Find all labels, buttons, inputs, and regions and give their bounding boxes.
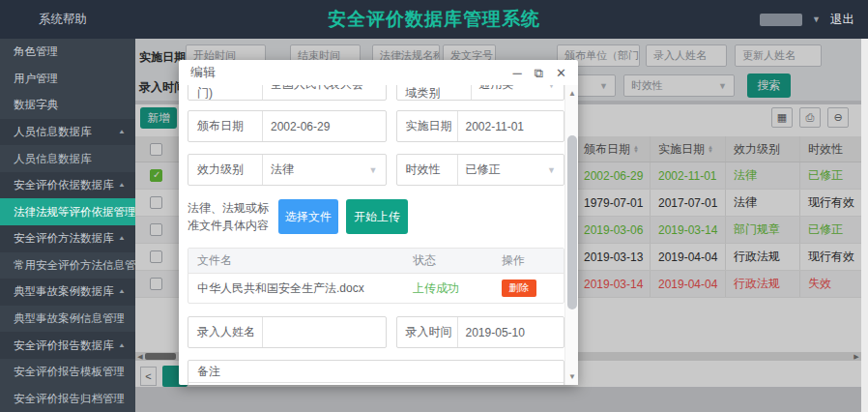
upload-label: 法律、法规或标准文件具体内容 bbox=[188, 199, 271, 234]
app-title: 安全评价数据库管理系统 bbox=[0, 7, 868, 32]
delete-file-button[interactable]: 删除 bbox=[502, 280, 536, 297]
chevron-down-icon[interactable]: ▼ bbox=[812, 15, 821, 24]
publish-date-field[interactable]: 颁布日期 2002-06-29 bbox=[188, 110, 387, 142]
dialog-scrollbar[interactable]: ▲ ▼ bbox=[564, 85, 578, 385]
choose-file-button[interactable]: 选择文件 bbox=[278, 199, 338, 234]
sidebar-item-accident-case-mgmt[interactable]: 典型事故案例信息管理 bbox=[0, 306, 135, 333]
publish-unit-field[interactable]: 颁布单位(部门) 全国人民代表大会 bbox=[188, 85, 387, 101]
sidebar-item-role-mgmt[interactable]: 角色管理 bbox=[0, 39, 135, 66]
scroll-up-icon[interactable]: ▲ bbox=[565, 87, 579, 100]
sidebar-group-accident-case-db[interactable]: 典型事故案例数据库▲ bbox=[0, 279, 135, 306]
minimize-icon[interactable]: ─ bbox=[513, 67, 522, 79]
dialog-title: 编辑 bbox=[190, 64, 216, 81]
chevron-down-icon: ▼ bbox=[547, 85, 556, 90]
sidebar-item-law-regulation-mgmt[interactable]: 法律法规等评价依据管理 bbox=[0, 198, 135, 225]
page-scrollbar-track[interactable] bbox=[861, 39, 868, 412]
file-row: 中华人民共和国安全生产法.docx 上传成功 删除 bbox=[188, 274, 564, 303]
sidebar-group-eval-report-db[interactable]: 安全评价报告数据库▲ bbox=[0, 332, 135, 359]
chevron-up-icon: ▲ bbox=[118, 129, 126, 135]
entry-time-field[interactable]: 录入时间 2019-05-10 bbox=[396, 316, 564, 348]
file-table: 文件名 状态 操作 中华人民共和国安全生产法.docx 上传成功 删除 bbox=[188, 248, 564, 304]
sidebar-group-eval-method-db[interactable]: 安全评价方法数据库▲ bbox=[0, 225, 135, 252]
chevron-up-icon: ▲ bbox=[118, 342, 126, 349]
start-upload-button[interactable]: 开始上传 bbox=[346, 199, 408, 234]
effect-level-select[interactable]: 效力级别 法律▼ bbox=[188, 154, 387, 186]
sidebar-item-user-mgmt[interactable]: 用户管理 bbox=[0, 66, 135, 93]
maximize-icon[interactable]: ⧉ bbox=[535, 67, 543, 79]
date-field-row: 颁布日期 2002-06-29 实施日期 2002-11-01 bbox=[188, 110, 564, 142]
top-header: 系统帮助 安全评价数据库管理系统 ▼ 退出 bbox=[0, 0, 868, 39]
sidebar-item-common-method-mgmt[interactable]: 常用安全评价方法信息管理 bbox=[0, 252, 135, 280]
remark-section: 备注 请输入备注 bbox=[188, 360, 564, 385]
remark-label: 备注 bbox=[188, 361, 564, 383]
sidebar-group-eval-basis-db[interactable]: 安全评价依据数据库▲ bbox=[0, 172, 135, 199]
sidebar-item-report-template-mgmt[interactable]: 安全评价报告模板管理 bbox=[0, 359, 135, 386]
sidebar-item-report-archive-mgmt[interactable]: 安全评价报告归档管理 bbox=[0, 386, 135, 412]
industry-category-select[interactable]: 所属行业领域类别 通用类▼ bbox=[396, 85, 564, 101]
remark-input[interactable]: 请输入备注 bbox=[188, 383, 564, 385]
username-redacted[interactable] bbox=[760, 14, 802, 26]
sidebar-group-personnel-db[interactable]: 人员信息数据库▲ bbox=[0, 119, 135, 146]
chevron-up-icon: ▲ bbox=[118, 182, 126, 189]
chevron-up-icon: ▲ bbox=[118, 235, 126, 242]
chevron-up-icon: ▲ bbox=[118, 288, 126, 295]
entry-field-row: 录入人姓名 录入时间 2019-05-10 bbox=[188, 316, 564, 348]
upload-row: 法律、法规或标准文件具体内容 选择文件 开始上传 bbox=[188, 199, 564, 234]
logout-button[interactable]: 退出 bbox=[830, 12, 854, 28]
chevron-down-icon: ▼ bbox=[547, 165, 556, 175]
scrollbar-thumb[interactable] bbox=[567, 135, 577, 309]
sidebar-item-data-dict[interactable]: 数据字典 bbox=[0, 92, 135, 119]
chevron-down-icon: ▼ bbox=[369, 165, 378, 175]
entry-name-field[interactable]: 录入人姓名 bbox=[188, 316, 387, 348]
edit-dialog: 编辑 ─ ⧉ ✕ 颁布单位(部门) 全国人民代表大会 所属行业领域类别 通用类▼ bbox=[179, 60, 578, 385]
dialog-body: 颁布单位(部门) 全国人民代表大会 所属行业领域类别 通用类▼ 颁布日期 200… bbox=[179, 85, 564, 385]
upload-status: 上传成功 bbox=[413, 280, 502, 297]
clipped-field-row: 颁布单位(部门) 全国人民代表大会 所属行业领域类别 通用类▼ bbox=[188, 85, 564, 102]
impl-date-field[interactable]: 实施日期 2002-11-01 bbox=[396, 110, 564, 142]
file-name: 中华人民共和国安全生产法.docx bbox=[188, 280, 413, 297]
close-icon[interactable]: ✕ bbox=[556, 67, 566, 79]
sidebar: 角色管理 用户管理 数据字典 人员信息数据库▲ 人员信息数据库 安全评价依据数据… bbox=[0, 39, 135, 412]
timeliness-select[interactable]: 时效性 已修正▼ bbox=[396, 154, 564, 186]
sidebar-item-personnel-db[interactable]: 人员信息数据库 bbox=[0, 145, 135, 172]
file-table-header: 文件名 状态 操作 bbox=[188, 249, 564, 274]
scroll-down-icon[interactable]: ▼ bbox=[565, 370, 579, 383]
header-user-area: ▼ 退出 bbox=[760, 12, 854, 28]
level-field-row: 效力级别 法律▼ 时效性 已修正▼ bbox=[188, 154, 564, 186]
dialog-titlebar: 编辑 ─ ⧉ ✕ bbox=[179, 60, 578, 85]
